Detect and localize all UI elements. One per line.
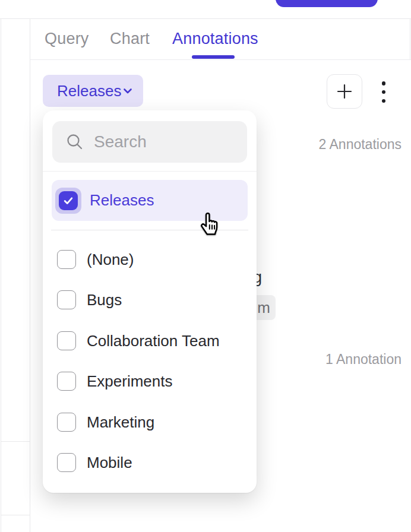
checkmark-icon <box>62 195 74 207</box>
option-bugs[interactable]: Bugs <box>43 280 257 320</box>
checkbox-bugs[interactable] <box>57 290 76 309</box>
option-label: Experiments <box>87 372 173 391</box>
checkbox-none[interactable] <box>57 250 76 269</box>
right-edge-border <box>410 18 410 59</box>
tab-query[interactable]: Query <box>45 30 89 48</box>
annotation-group-count: 1 Annotation <box>325 352 401 368</box>
option-marketing[interactable]: Marketing <box>43 402 257 442</box>
checkbox-experiments[interactable] <box>57 372 76 391</box>
add-annotation-button[interactable] <box>327 74 362 109</box>
cursor-pointer-icon <box>196 209 223 240</box>
screen: Query Chart Annotations Releases 2 Annot… <box>0 0 411 532</box>
left-rail-divider <box>1 515 30 515</box>
checkbox-marketing[interactable] <box>57 413 76 432</box>
option-label: Bugs <box>87 291 122 309</box>
annotation-group-count: 2 Annotations <box>319 137 401 153</box>
option-label: Releases <box>90 191 154 210</box>
kebab-icon <box>382 81 386 86</box>
primary-action-button[interactable] <box>276 0 378 7</box>
option-collaboration-team[interactable]: Collaboration Team <box>43 321 257 361</box>
plus-icon <box>336 83 353 100</box>
search-icon <box>65 132 84 151</box>
tab-annotations[interactable]: Annotations <box>172 30 258 48</box>
search-input[interactable] <box>94 132 234 151</box>
option-label: Marketing <box>87 413 154 432</box>
option-label: Mobile <box>87 454 132 472</box>
option-experiments[interactable]: Experiments <box>43 361 257 401</box>
left-rail-divider <box>1 441 30 442</box>
checkbox-mobile[interactable] <box>57 453 76 472</box>
top-divider <box>0 18 411 19</box>
option-label: (None) <box>87 251 134 269</box>
option-none[interactable]: (None) <box>43 239 257 280</box>
releases-filter-dropdown-button[interactable]: Releases <box>43 75 143 107</box>
checkbox-releases[interactable] <box>55 188 81 214</box>
more-options-button[interactable] <box>378 81 390 103</box>
filter-button-label: Releases <box>57 82 121 100</box>
divider <box>43 171 257 172</box>
option-mobile[interactable]: Mobile <box>43 442 257 483</box>
left-rail-border <box>30 18 30 532</box>
active-tab-underline <box>192 55 235 59</box>
tab-chart[interactable]: Chart <box>110 30 150 48</box>
releases-filter-dropdown-panel: Releases (None) Bugs Collaboration Team … <box>43 110 257 493</box>
option-label: Collaboration Team <box>87 332 220 350</box>
checkbox-collaboration-team[interactable] <box>57 331 76 350</box>
chevron-down-icon <box>121 84 134 97</box>
search-box[interactable] <box>52 121 247 163</box>
left-edge-border <box>1 18 1 532</box>
tabbar-divider <box>30 59 411 60</box>
